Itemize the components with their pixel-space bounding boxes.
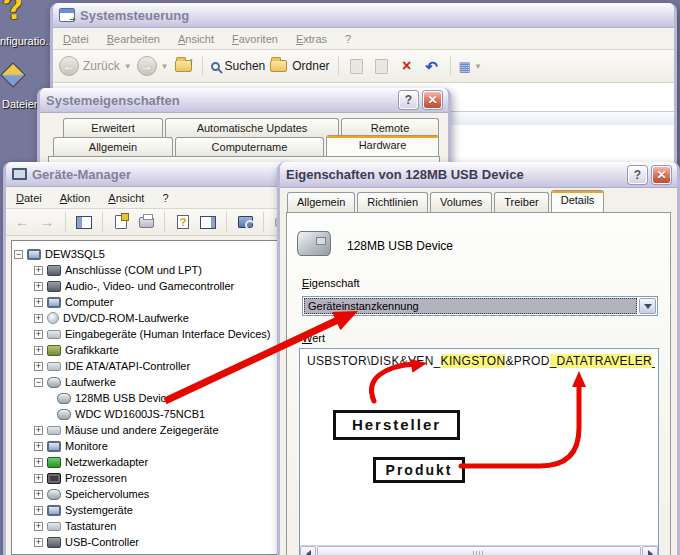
tree-row[interactable]: + Anschlüsse (COM und LPT) <box>12 262 283 278</box>
files-desktop-icon[interactable] <box>0 62 25 87</box>
chevron-down-icon[interactable] <box>639 298 656 314</box>
update-driver-button[interactable] <box>235 212 255 232</box>
back-button[interactable]: ← <box>12 212 32 232</box>
collapse-icon[interactable]: − <box>14 250 23 259</box>
tree-row[interactable]: + USB-Controller <box>12 534 283 550</box>
tree-row[interactable]: + Monitore <box>12 438 283 454</box>
close-button[interactable]: ✕ <box>652 166 671 184</box>
help-titlebar-button[interactable]: ? <box>628 166 647 184</box>
tree-row-usb-device[interactable]: 128MB USB Device <box>12 390 283 406</box>
up-button[interactable]: ↑ <box>174 56 194 76</box>
system-properties-titlebar[interactable]: Systemeigenschaften ? ✕ <box>40 88 448 113</box>
property-combobox[interactable]: Geräteinstanzkennung <box>302 296 658 316</box>
storage-volumes-icon <box>47 489 61 500</box>
search-button[interactable]: Suchen <box>211 56 266 76</box>
forward-dropdown-icon[interactable]: ▼ <box>161 62 169 71</box>
expand-icon[interactable]: + <box>34 282 43 291</box>
tree-row[interactable]: + Prozessoren <box>12 470 283 486</box>
print-button[interactable] <box>136 212 156 232</box>
expand-icon[interactable]: + <box>34 298 43 307</box>
forward-button[interactable]: → ▼ <box>137 56 169 76</box>
tree-row[interactable]: + Netzwerkadapter <box>12 454 283 470</box>
tab-hardware[interactable]: Hardware <box>326 135 439 156</box>
value-box[interactable]: USBSTOR\DISK&VEN_KINGSTON&PROD_DATATRAVE… <box>299 348 659 555</box>
menu-ansicht[interactable]: Ansicht <box>178 33 214 45</box>
tab-details[interactable]: Details <box>551 190 605 212</box>
undo-button[interactable]: ↶ <box>422 56 442 76</box>
menu-hilfe[interactable]: ? <box>345 33 351 45</box>
desktop-icon-label[interactable]: nfiguratio... <box>0 35 56 47</box>
expand-icon[interactable]: + <box>34 506 43 515</box>
tab-treiber[interactable]: Treiber <box>494 192 548 212</box>
usb-properties-tabs: Allgemein Richtlinien Volumes Treiber De… <box>287 192 604 212</box>
scroll-right-icon[interactable] <box>642 546 658 555</box>
tab-computername[interactable]: Computername <box>175 137 324 156</box>
usb-properties-titlebar[interactable]: Eigenschaften von 128MB USB Device ? ✕ <box>280 162 677 188</box>
expand-icon[interactable]: + <box>34 538 43 547</box>
tree-row[interactable]: + IDE ATA/ATAPI-Controller <box>12 358 283 374</box>
scrollbar-thumb[interactable] <box>317 546 641 555</box>
help-question-desktop-icon[interactable]: ? <box>0 0 26 28</box>
views-button[interactable]: ▦ ▼ <box>459 56 482 76</box>
menu-datei[interactable]: Datei <box>63 33 89 45</box>
back-dropdown-icon[interactable]: ▼ <box>124 62 132 71</box>
expand-icon[interactable]: + <box>34 474 43 483</box>
help-titlebar-button[interactable]: ? <box>399 91 418 109</box>
collapse-icon[interactable]: − <box>34 378 43 387</box>
tree-row[interactable]: + Mäuse und andere Zeigegeräte <box>12 422 283 438</box>
tree-row[interactable]: − DEW3SQL5 <box>12 246 283 262</box>
tree-row[interactable]: WDC WD1600JS-75NCB1 <box>12 406 283 422</box>
help-button[interactable]: ? <box>173 212 193 232</box>
expand-icon[interactable]: + <box>34 426 43 435</box>
tab-allgemein[interactable]: Allgemein <box>53 137 173 156</box>
tree-row[interactable]: − Laufwerke <box>12 374 283 390</box>
move-to-button[interactable] <box>347 56 367 76</box>
tab-volumes[interactable]: Volumes <box>430 192 492 212</box>
tree-row[interactable]: + Speichervolumes <box>12 486 283 502</box>
menu-hilfe[interactable]: ? <box>162 192 168 204</box>
tab-automatische-updates[interactable]: Automatische Updates <box>165 118 339 137</box>
expand-icon[interactable]: + <box>34 458 43 467</box>
show-action-pane-button[interactable] <box>198 212 218 232</box>
tab-richtlinien[interactable]: Richtlinien <box>357 192 428 212</box>
tree-row[interactable]: + Grafikkarte <box>12 342 283 358</box>
copy-to-button[interactable] <box>372 56 392 76</box>
tab-erweitert[interactable]: Erweitert <box>63 118 163 137</box>
hard-disk-icon <box>57 409 71 420</box>
tree-row[interactable]: + DVD/CD-ROM-Laufwerke <box>12 310 283 326</box>
expand-icon[interactable]: + <box>34 522 43 531</box>
expand-icon[interactable]: + <box>34 314 43 323</box>
horizontal-scrollbar[interactable] <box>300 545 658 555</box>
back-button[interactable]: ← Zurück ▼ <box>59 56 132 76</box>
delete-button[interactable]: × <box>397 56 417 76</box>
control-panel-titlebar[interactable]: Systemsteuerung <box>53 3 674 28</box>
ide-controller-icon <box>47 362 61 371</box>
menu-aktion[interactable]: Aktion <box>60 192 91 204</box>
expand-icon[interactable]: + <box>34 490 43 499</box>
expand-icon[interactable]: + <box>34 346 43 355</box>
folders-button[interactable]: Ordner <box>270 56 329 76</box>
properties-button[interactable] <box>111 212 131 232</box>
tree-row[interactable]: + Computer <box>12 294 283 310</box>
product-highlight: _DATATRAVELER <box>550 354 652 368</box>
forward-button[interactable]: → <box>37 212 57 232</box>
expand-icon[interactable]: + <box>34 362 43 371</box>
expand-icon[interactable]: + <box>34 266 43 275</box>
menu-extras[interactable]: Extras <box>296 33 327 45</box>
close-button[interactable]: ✕ <box>423 91 442 109</box>
menu-bearbeiten[interactable]: Bearbeiten <box>107 33 160 45</box>
menu-ansicht[interactable]: Ansicht <box>108 192 144 204</box>
menu-datei[interactable]: Datei <box>16 192 42 204</box>
tab-allgemein[interactable]: Allgemein <box>287 192 355 212</box>
tree-row[interactable]: + Eingabegeräte (Human Interface Devices… <box>12 326 283 342</box>
expand-icon[interactable]: + <box>34 330 43 339</box>
device-manager-titlebar[interactable]: Geräte-Manager <box>6 162 288 187</box>
tree-row[interactable]: + Systemgeräte <box>12 502 283 518</box>
expand-icon[interactable]: + <box>34 442 43 451</box>
menu-favoriten[interactable]: Favoriten <box>232 33 278 45</box>
show-console-tree-button[interactable] <box>74 212 94 232</box>
tree-row[interactable]: + Tastaturen <box>12 518 283 534</box>
tree-row[interactable]: + Audio-, Video- und Gamecontroller <box>12 278 283 294</box>
scroll-left-icon[interactable] <box>300 546 316 555</box>
toolbar-separator <box>102 212 103 232</box>
